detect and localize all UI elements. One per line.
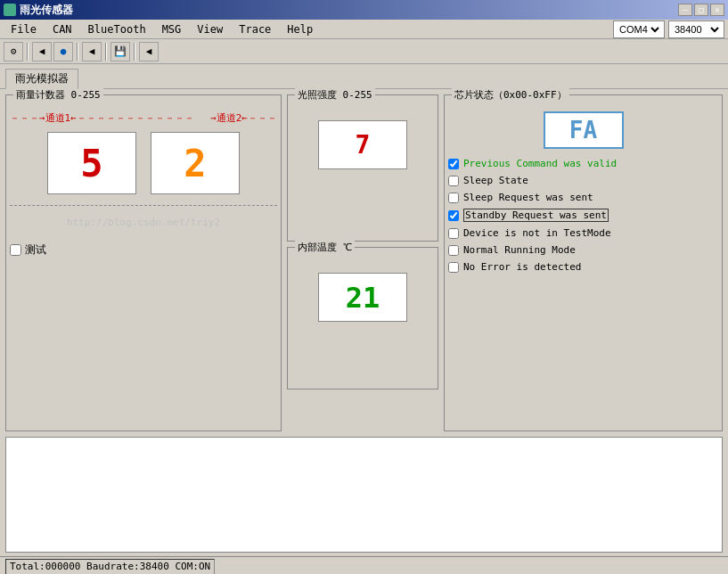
channel2-value: 2	[151, 132, 240, 194]
chip-checkboxes: Previous Command was valid Sleep State S…	[448, 158, 718, 273]
test-checkbox-area: 测试	[10, 242, 277, 258]
cb-device-testmode-label: Device is not in TestMode	[463, 227, 611, 239]
status-text: Total:000000 Baudrate:38400 COM:ON	[5, 559, 215, 575]
divider-line	[10, 205, 277, 206]
cb-normal-running-input[interactable]	[448, 245, 459, 256]
channel1-value: 5	[47, 132, 136, 194]
window-controls: — □ ✕	[678, 4, 724, 16]
temp-value: 21	[318, 273, 407, 322]
window-title: 雨光传感器	[4, 3, 73, 18]
watermark-text: http://blog.csdn.net/triy2	[10, 217, 277, 228]
bottom-panel	[5, 437, 723, 553]
menu-msg[interactable]: MSG	[155, 21, 189, 37]
rain-panel: 雨量计数器 0-255 －－－ →通道1← －－－－－－－－－－－－ →通道2←…	[5, 94, 282, 431]
cb-prev-command: Previous Command was valid	[448, 158, 718, 169]
cb-no-error-input[interactable]	[448, 262, 459, 273]
menu-bar: File CAN BlueTooth MSG View Trace Help C…	[0, 20, 728, 39]
menu-help[interactable]: Help	[280, 21, 320, 37]
com-port-dropdown[interactable]: COM4 COM1 COM2 COM3	[616, 23, 662, 36]
settings-button[interactable]: ⚙	[4, 42, 23, 62]
cb-standby-request-label: Standby Request was sent	[463, 209, 609, 222]
rain-panel-title: 雨量计数器 0-255	[13, 88, 103, 102]
light-panel-title: 光照强度 0-255	[295, 88, 375, 102]
cb-normal-running: Normal Running Mode	[448, 244, 718, 256]
app-icon	[4, 4, 16, 16]
channel-labels: －－－ →通道1← －－－－－－－－－－－－ →通道2← －－－	[10, 111, 277, 125]
status-bar: Total:000000 Baudrate:38400 COM:ON	[0, 556, 728, 574]
title-bar: 雨光传感器 — □ ✕	[0, 0, 728, 20]
cb-normal-running-label: Normal Running Mode	[463, 244, 576, 256]
chip-panel-title: 芯片状态（0x00-0xFF）	[452, 88, 569, 102]
cb-standby-request-input[interactable]	[448, 210, 459, 221]
cb-sleep-state-label: Sleep State	[463, 175, 528, 186]
back-button[interactable]: ◀	[32, 42, 52, 62]
toolbar-sep2	[77, 43, 78, 61]
test-checkbox[interactable]	[10, 244, 21, 256]
main-content: 雨量计数器 0-255 －－－ →通道1← －－－－－－－－－－－－ →通道2←…	[0, 89, 728, 437]
com-section: COM4 COM1 COM2 COM3 38400 9600 19200 115…	[613, 20, 724, 38]
cb-sleep-request: Sleep Request was sent	[448, 192, 718, 203]
cb-standby-request: Standby Request was sent	[448, 209, 718, 222]
connect-button[interactable]: ●	[53, 42, 73, 62]
maximize-button[interactable]: □	[694, 4, 708, 16]
cb-no-error: No Error is detected	[448, 261, 718, 273]
save-button[interactable]: 💾	[110, 42, 130, 62]
chip-value-display: FA	[544, 111, 624, 149]
chip-panel: 芯片状态（0x00-0xFF） FA Previous Command was …	[444, 94, 723, 431]
light-value: 7	[318, 120, 407, 169]
menu-view[interactable]: View	[190, 21, 230, 37]
menu-trace[interactable]: Trace	[232, 21, 278, 37]
temp-panel-title: 内部温度 ℃	[295, 241, 355, 254]
toolbar: ⚙ ◀ ● ◀ 💾 ◀	[0, 39, 728, 64]
cb-sleep-request-input[interactable]	[448, 193, 459, 203]
prev-button[interactable]: ◀	[139, 42, 159, 62]
cb-device-testmode-input[interactable]	[448, 228, 459, 239]
channel-values: 5 2	[10, 132, 277, 194]
cb-sleep-request-label: Sleep Request was sent	[463, 192, 593, 203]
temp-panel: 内部温度 ℃ 21	[287, 247, 438, 390]
minimize-button[interactable]: —	[678, 4, 692, 16]
status-message: Total:000000 Baudrate:38400 COM:ON	[10, 561, 210, 572]
light-temp-column: 光照强度 0-255 7 内部温度 ℃ 21	[287, 94, 438, 431]
tab-rain-simulator[interactable]: 雨光模拟器	[5, 69, 78, 89]
cb-prev-command-label: Previous Command was valid	[463, 158, 617, 169]
menu-file[interactable]: File	[4, 21, 44, 37]
light-panel: 光照强度 0-255 7	[287, 94, 438, 242]
toolbar-sep1	[27, 43, 29, 61]
cb-sleep-state: Sleep State	[448, 175, 718, 186]
baud-rate-select[interactable]: 38400 9600 19200 115200	[668, 20, 724, 38]
stop-button[interactable]: ◀	[82, 42, 102, 62]
toolbar-sep4	[134, 43, 135, 61]
cb-device-testmode: Device is not in TestMode	[448, 227, 718, 239]
test-label: 测试	[25, 242, 46, 258]
menu-can[interactable]: CAN	[45, 21, 79, 37]
menu-bluetooth[interactable]: BlueTooth	[81, 21, 153, 37]
com-port-select[interactable]: COM4 COM1 COM2 COM3	[613, 20, 665, 38]
baud-rate-dropdown[interactable]: 38400 9600 19200 115200	[671, 23, 722, 36]
close-button[interactable]: ✕	[710, 4, 724, 16]
cb-sleep-state-input[interactable]	[448, 176, 459, 186]
cb-no-error-label: No Error is detected	[463, 261, 581, 273]
tab-bar: 雨光模拟器	[0, 64, 728, 89]
cb-prev-command-input[interactable]	[448, 159, 459, 169]
toolbar-sep3	[105, 43, 107, 61]
